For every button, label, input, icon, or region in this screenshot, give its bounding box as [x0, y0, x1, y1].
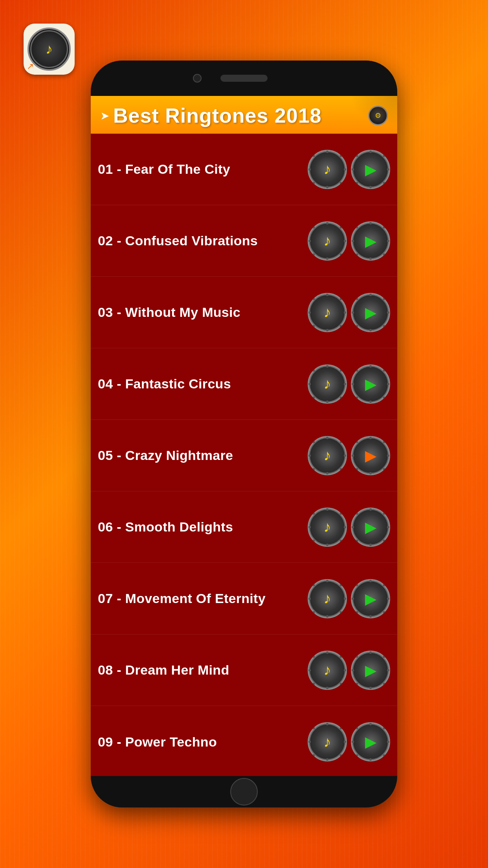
play-button-8[interactable]: ▶ [351, 651, 390, 690]
song-item-6[interactable]: 06 - Smooth Delights♪▶ [91, 491, 397, 563]
music-note-icon-8: ♪ [324, 662, 331, 679]
music-note-icon-3: ♪ [324, 304, 331, 321]
song-item-3[interactable]: 03 - Without My Music♪▶ [91, 277, 397, 348]
ringtone-set-button-1[interactable]: ♪ [308, 150, 347, 189]
song-item-8[interactable]: 08 - Dream Her Mind♪▶ [91, 634, 397, 706]
song-item-5[interactable]: 05 - Crazy Nightmare♪▶ [91, 420, 397, 491]
phone-top-bar [91, 61, 397, 96]
song-item-4[interactable]: 04 - Fantastic Circus♪▶ [91, 348, 397, 420]
play-icon-2: ▶ [365, 232, 376, 250]
music-note-icon-4: ♪ [324, 375, 331, 392]
song-buttons-5: ♪▶ [308, 436, 390, 475]
app-icon-disc: ♪ [28, 28, 71, 71]
ringtone-set-button-3[interactable]: ♪ [308, 293, 347, 332]
music-note-icon-2: ♪ [324, 232, 331, 249]
music-note-icon-5: ♪ [324, 447, 331, 464]
play-icon-3: ▶ [365, 304, 376, 321]
song-title-3: 03 - Without My Music [98, 305, 308, 320]
screen-header: ➤ Best Ringtones 2018 ⚙ [91, 96, 397, 134]
song-buttons-8: ♪▶ [308, 651, 390, 690]
music-note-icon: ♪ [46, 41, 53, 57]
song-item-7[interactable]: 07 - Movement Of Eternity♪▶ [91, 563, 397, 634]
music-note-icon-9: ♪ [324, 734, 331, 750]
play-icon-7: ▶ [365, 590, 376, 607]
song-buttons-4: ♪▶ [308, 364, 390, 404]
song-title-1: 01 - Fear Of The City [98, 162, 308, 177]
song-title-9: 09 - Power Techno [98, 734, 308, 750]
song-buttons-7: ♪▶ [308, 579, 390, 618]
phone-screen: ➤ Best Ringtones 2018 ⚙ 01 - Fear Of The… [91, 96, 397, 776]
song-item-9[interactable]: 09 - Power Techno♪▶ [91, 706, 397, 776]
play-icon-1: ▶ [365, 161, 376, 178]
play-icon-6: ▶ [365, 519, 376, 536]
app-icon[interactable]: ♪ ↗ [24, 24, 75, 75]
song-buttons-3: ♪▶ [308, 293, 390, 332]
play-icon-9: ▶ [365, 733, 376, 750]
ringtone-set-button-7[interactable]: ♪ [308, 579, 347, 618]
play-button-6[interactable]: ▶ [351, 508, 390, 547]
header-splatter [350, 96, 397, 127]
song-item-1[interactable]: 01 - Fear Of The City♪▶ [91, 134, 397, 205]
play-button-2[interactable]: ▶ [351, 221, 390, 261]
phone-frame: ➤ Best Ringtones 2018 ⚙ 01 - Fear Of The… [91, 61, 397, 807]
ringtone-set-button-4[interactable]: ♪ [308, 364, 347, 404]
phone-speaker [220, 75, 268, 82]
play-icon-8: ▶ [365, 662, 376, 679]
song-title-5: 05 - Crazy Nightmare [98, 448, 308, 463]
phone-bottom-bar [91, 776, 397, 807]
ringtone-set-button-8[interactable]: ♪ [308, 651, 347, 690]
song-title-2: 02 - Confused Vibrations [98, 233, 308, 248]
play-button-7[interactable]: ▶ [351, 579, 390, 618]
phone-camera [193, 74, 202, 83]
play-icon-5: ▶ [365, 447, 376, 464]
ringtone-set-button-5[interactable]: ♪ [308, 436, 347, 475]
song-list: 01 - Fear Of The City♪▶02 - Confused Vib… [91, 134, 397, 776]
play-button-4[interactable]: ▶ [351, 364, 390, 404]
song-title-6: 06 - Smooth Delights [98, 519, 308, 535]
ringtone-set-button-9[interactable]: ♪ [308, 722, 347, 761]
song-item-2[interactable]: 02 - Confused Vibrations♪▶ [91, 205, 397, 277]
header-back-arrow-icon[interactable]: ➤ [100, 109, 109, 122]
song-buttons-1: ♪▶ [308, 150, 390, 189]
app-icon-arrow: ↗ [27, 61, 34, 72]
song-title-7: 07 - Movement Of Eternity [98, 591, 308, 606]
home-button[interactable] [230, 778, 258, 805]
app-title: Best Ringtones 2018 [109, 104, 368, 127]
ringtone-set-button-2[interactable]: ♪ [308, 221, 347, 261]
music-note-icon-1: ♪ [324, 161, 331, 178]
play-icon-4: ▶ [365, 375, 376, 393]
song-buttons-6: ♪▶ [308, 508, 390, 547]
music-note-icon-7: ♪ [324, 590, 331, 607]
music-note-icon-6: ♪ [324, 519, 331, 535]
play-button-5[interactable]: ▶ [351, 436, 390, 475]
play-button-9[interactable]: ▶ [351, 722, 390, 761]
play-button-3[interactable]: ▶ [351, 293, 390, 332]
song-buttons-9: ♪▶ [308, 722, 390, 761]
ringtone-set-button-6[interactable]: ♪ [308, 508, 347, 547]
song-title-4: 04 - Fantastic Circus [98, 376, 308, 392]
song-buttons-2: ♪▶ [308, 221, 390, 261]
song-title-8: 08 - Dream Her Mind [98, 662, 308, 678]
play-button-1[interactable]: ▶ [351, 150, 390, 189]
